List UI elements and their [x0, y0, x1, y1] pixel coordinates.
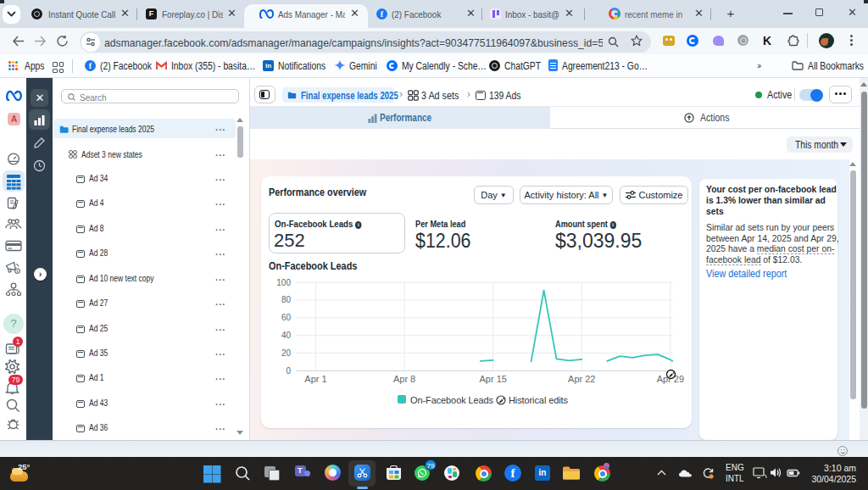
svg-text:Apr 1: Apr 1 [304, 374, 326, 384]
svg-text:20: 20 [281, 348, 292, 358]
svg-text:60: 60 [281, 313, 292, 322]
svg-text:Apr 15: Apr 15 [479, 374, 506, 384]
svg-text:0: 0 [286, 366, 291, 376]
svg-text:40: 40 [281, 331, 292, 340]
svg-text:80: 80 [281, 295, 292, 304]
svg-text:100: 100 [276, 278, 291, 287]
svg-text:Apr 8: Apr 8 [393, 374, 415, 384]
svg-text:Apr 22: Apr 22 [568, 374, 595, 384]
